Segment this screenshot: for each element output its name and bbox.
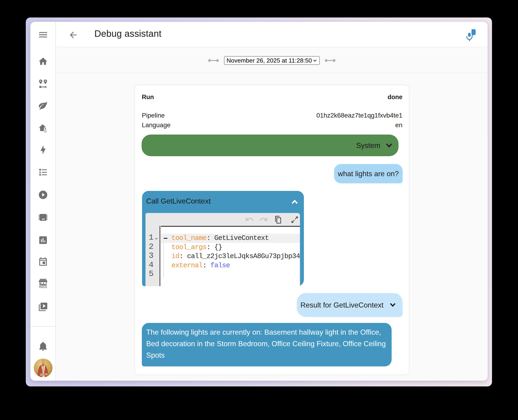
- svg-text:HACS: HACS: [39, 286, 47, 289]
